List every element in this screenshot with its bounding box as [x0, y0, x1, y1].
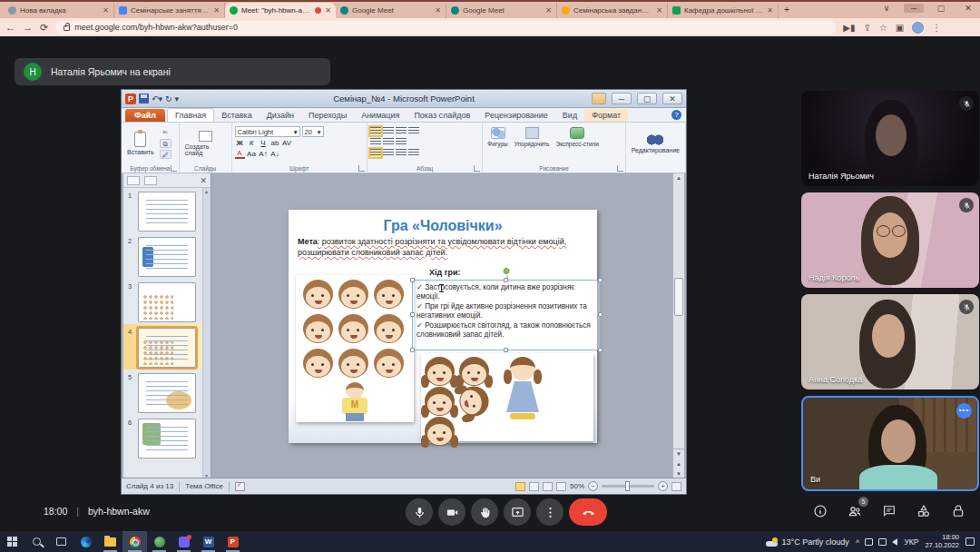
character-spacing-button[interactable]: AV [282, 139, 292, 147]
file-explorer-icon[interactable] [98, 531, 122, 552]
tab-close-icon[interactable]: ✕ [213, 6, 220, 15]
ribbon-tab-format[interactable]: Формат [584, 109, 628, 122]
align-right-button[interactable] [396, 149, 407, 157]
edge-icon[interactable] [74, 531, 98, 552]
camera-button[interactable] [438, 498, 466, 526]
quick-styles-button[interactable]: Экспресс-стили [554, 125, 601, 162]
resize-handle[interactable] [410, 348, 415, 352]
participant-tile-3[interactable]: Анна Солодка [801, 294, 979, 389]
meeting-details-icon[interactable] [811, 502, 829, 520]
cut-icon[interactable]: ✂ [160, 128, 172, 137]
display-icon[interactable] [878, 538, 887, 546]
media-control-icon[interactable]: ▶▮ [843, 23, 855, 33]
start-button[interactable] [0, 531, 24, 552]
italic-button[interactable]: К [247, 139, 257, 147]
normal-view-button[interactable] [515, 482, 525, 491]
slide-thumbnail-1[interactable]: 1 [123, 188, 211, 233]
resize-handle[interactable] [598, 278, 603, 282]
font-dialog-launcher[interactable] [358, 165, 365, 172]
slide-thumbnail-3[interactable]: 3 [123, 279, 211, 324]
taskbar-search-icon[interactable] [24, 531, 49, 552]
panel-close-icon[interactable]: ✕ [200, 176, 207, 185]
end-call-button[interactable] [569, 498, 607, 526]
justify-button[interactable] [408, 149, 419, 157]
undo-icon[interactable]: ↶▾ [152, 94, 162, 104]
shrink-font-button[interactable]: А↓ [270, 150, 280, 158]
host-controls-icon[interactable] [949, 502, 967, 520]
forward-button[interactable]: → [23, 23, 33, 33]
new-slide-button[interactable]: Создать слайд [182, 125, 229, 162]
present-button[interactable] [504, 498, 531, 526]
rotate-handle[interactable] [504, 268, 510, 274]
tile-options-icon[interactable]: ••• [956, 403, 972, 419]
task-view-icon[interactable] [49, 531, 74, 552]
qat-customize-icon[interactable]: ▾ [175, 94, 180, 104]
action-center-icon[interactable] [965, 537, 975, 546]
powerpoint-logo-icon[interactable]: P [125, 94, 136, 104]
chrome-icon[interactable] [122, 531, 147, 552]
ribbon-tab-review[interactable]: Рецензирование [477, 109, 555, 122]
more-options-button[interactable] [536, 498, 564, 526]
tab-close-icon[interactable]: ✕ [545, 6, 552, 15]
font-color-button[interactable]: А [235, 149, 245, 159]
font-name-select[interactable]: Calibri Light▾ [235, 126, 300, 137]
resize-handle[interactable] [598, 312, 603, 317]
tab-kafedra[interactable]: Кафедра дошкільної та почат... ✕ [668, 3, 779, 18]
zoom-slider[interactable] [602, 485, 654, 488]
slide-thumbnail-5[interactable]: 5 [123, 370, 211, 415]
paragraph-dialog-launcher[interactable] [474, 165, 480, 172]
help-icon[interactable]: ? [671, 110, 681, 120]
arrange-button[interactable]: Упорядочить [513, 125, 552, 162]
resize-handle[interactable] [504, 278, 508, 282]
slide-nav-buttons[interactable]: ▼▲▼ [673, 448, 684, 479]
paste-button[interactable]: Вставить [124, 125, 157, 162]
increase-indent-button[interactable] [383, 138, 394, 146]
copy-icon[interactable]: ⧉ [160, 139, 172, 148]
clipboard-dialog-launcher[interactable] [171, 165, 177, 172]
tab-search-chevron-icon[interactable]: ∨ [877, 4, 897, 13]
align-center-button[interactable] [383, 149, 394, 157]
tab-close-icon[interactable]: ✕ [435, 6, 441, 15]
slides-tab-icon[interactable] [127, 176, 140, 185]
tab-google-meet-2[interactable]: Google Meet ✕ [446, 3, 557, 18]
profile-avatar[interactable] [912, 22, 924, 34]
weather-widget[interactable]: 13°C Partly cloudy [766, 537, 849, 547]
back-button[interactable]: ← [5, 23, 15, 33]
scrollbar-thumb[interactable] [674, 278, 683, 316]
fit-to-window-button[interactable] [671, 482, 681, 491]
editing-button[interactable]: Редактирование [629, 125, 682, 162]
ribbon-tab-file[interactable]: Файл [125, 109, 165, 122]
slide-thumbnail-6[interactable]: 6 [123, 415, 211, 460]
raise-hand-button[interactable] [471, 498, 498, 526]
grow-font-button[interactable]: А↑ [259, 150, 269, 158]
people-icon[interactable]: 5 [846, 502, 864, 520]
tab-google-meet-1[interactable]: Google Meet ✕ [336, 3, 446, 18]
save-icon[interactable] [139, 94, 149, 104]
numbering-button[interactable] [383, 127, 394, 135]
word-icon[interactable]: W [196, 531, 220, 552]
slideshow-button[interactable] [556, 482, 566, 491]
bold-button[interactable]: Ж [235, 139, 245, 147]
reload-button[interactable]: ⟳ [40, 23, 48, 33]
zoom-in-button[interactable]: + [658, 481, 668, 491]
ribbon-tab-insert[interactable]: Вставка [214, 109, 259, 122]
scroll-up-icon[interactable]: ▲ [673, 173, 684, 183]
maximize-button[interactable]: ▢ [931, 4, 951, 13]
new-tab-button[interactable]: + [779, 3, 795, 17]
zoom-out-button[interactable]: − [588, 481, 598, 491]
ribbon-tab-animations[interactable]: Анимация [354, 109, 407, 122]
activities-icon[interactable] [915, 502, 933, 520]
participant-tile-self[interactable]: ••• Ви [801, 396, 979, 491]
close-button[interactable]: ✕ [958, 4, 978, 13]
tab-close-icon[interactable]: ✕ [767, 6, 773, 15]
resize-handle[interactable] [410, 278, 415, 282]
mic-button[interactable] [406, 498, 433, 526]
ribbon-tab-home[interactable]: Главная [167, 108, 214, 122]
redo-icon[interactable]: ↻ [165, 94, 172, 104]
participant-tile-1[interactable]: Наталія Ярьомич [801, 91, 979, 186]
minimize-button[interactable]: ─ [904, 4, 924, 13]
drawing-dialog-launcher[interactable] [617, 165, 623, 172]
side-panel-icon[interactable]: ▣ [896, 23, 904, 33]
tab-close-icon[interactable]: ✕ [103, 6, 109, 15]
text-direction-button[interactable] [396, 138, 407, 146]
